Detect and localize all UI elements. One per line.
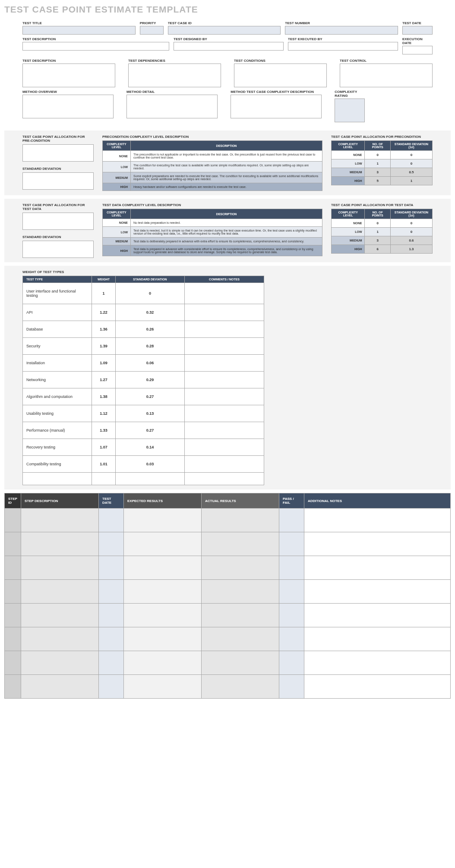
input-test-conditions[interactable]	[234, 64, 327, 87]
input-testdata-sd[interactable]	[22, 241, 94, 258]
weight-comment-cell[interactable]	[185, 304, 264, 321]
step-passfail-cell[interactable]	[279, 509, 304, 532]
input-execution-date[interactable]	[402, 46, 433, 54]
weight-comment-cell[interactable]	[185, 372, 264, 388]
step-date-cell[interactable]	[99, 604, 124, 627]
step-desc-cell[interactable]	[21, 651, 99, 675]
step-actual-cell[interactable]	[202, 675, 279, 699]
step-expected-cell[interactable]	[124, 509, 202, 532]
step-date-cell[interactable]	[99, 651, 124, 675]
input-priority[interactable]	[140, 26, 164, 35]
step-notes-cell[interactable]	[304, 509, 451, 532]
input-complexity-rating[interactable]	[335, 99, 365, 122]
input-test-executed-by[interactable]	[288, 42, 398, 51]
weight-comment-cell[interactable]	[185, 321, 264, 338]
step-notes-cell[interactable]	[304, 532, 451, 556]
step-actual-cell[interactable]	[202, 651, 279, 675]
input-test-description[interactable]	[22, 64, 115, 87]
step-desc-cell[interactable]	[21, 580, 99, 604]
step-id-cell[interactable]	[5, 627, 21, 651]
step-id-cell[interactable]	[5, 604, 21, 627]
step-date-cell[interactable]	[99, 675, 124, 699]
input-test-title[interactable]	[22, 26, 136, 35]
step-expected-cell[interactable]	[124, 604, 202, 627]
input-test-case-id[interactable]	[168, 26, 281, 35]
step-notes-cell[interactable]	[304, 651, 451, 675]
step-notes-cell[interactable]	[304, 675, 451, 699]
step-expected-cell[interactable]	[124, 627, 202, 651]
weight-type-cell: Security	[23, 338, 92, 355]
input-precond-sd[interactable]	[22, 172, 94, 190]
step-actual-cell[interactable]	[202, 627, 279, 651]
weight-comment-cell[interactable]	[185, 439, 264, 456]
step-notes-cell[interactable]	[304, 627, 451, 651]
weight-comment-cell[interactable]	[185, 456, 264, 473]
level-cell: NONE	[103, 219, 131, 227]
step-id-cell[interactable]	[5, 509, 21, 532]
weight-value-cell: 1.38	[92, 388, 116, 405]
weight-comment-cell[interactable]	[185, 388, 264, 405]
step-id-cell[interactable]	[5, 580, 21, 604]
step-id-cell[interactable]	[5, 532, 21, 556]
step-passfail-cell[interactable]	[279, 556, 304, 580]
weight-comment-cell[interactable]	[185, 422, 264, 439]
step-notes-cell[interactable]	[304, 604, 451, 627]
step-passfail-cell[interactable]	[279, 675, 304, 699]
step-passfail-cell[interactable]	[279, 651, 304, 675]
weight-comment-cell[interactable]	[185, 283, 264, 304]
weight-sd-cell: 0.29	[116, 372, 185, 388]
step-passfail-cell[interactable]	[279, 604, 304, 627]
input-testdata-allocation[interactable]	[22, 213, 94, 230]
weight-comment-cell[interactable]	[185, 405, 264, 422]
step-date-cell[interactable]	[99, 532, 124, 556]
step-desc-cell[interactable]	[21, 627, 99, 651]
input-method-overview[interactable]	[22, 95, 114, 118]
input-precond-allocation[interactable]	[22, 144, 94, 162]
step-id-cell[interactable]	[5, 556, 21, 580]
step-passfail-cell[interactable]	[279, 532, 304, 556]
step-date-cell[interactable]	[99, 509, 124, 532]
input-test-description-top[interactable]	[22, 42, 169, 51]
weight-type-cell: Algorithm and computation	[23, 388, 92, 405]
step-expected-cell[interactable]	[124, 675, 202, 699]
input-test-date[interactable]	[402, 26, 433, 35]
step-date-cell[interactable]	[99, 580, 124, 604]
step-expected-cell[interactable]	[124, 580, 202, 604]
step-actual-cell[interactable]	[202, 509, 279, 532]
step-expected-cell[interactable]	[124, 651, 202, 675]
input-test-designed-by[interactable]	[174, 42, 284, 51]
weight-comment-cell[interactable]	[185, 355, 264, 372]
step-notes-cell[interactable]	[304, 556, 451, 580]
step-desc-cell[interactable]	[21, 556, 99, 580]
weight-comment-cell[interactable]	[185, 338, 264, 355]
step-passfail-cell[interactable]	[279, 580, 304, 604]
weights-table: TEST TYPE WEIGHT STANDARD DEVIATION COMM…	[22, 276, 264, 485]
step-date-cell[interactable]	[99, 627, 124, 651]
weight-type-cell: Compatibility testing	[23, 456, 92, 473]
step-expected-cell[interactable]	[124, 556, 202, 580]
input-test-dependencies[interactable]	[128, 64, 221, 87]
input-test-control[interactable]	[340, 64, 433, 87]
weight-value-cell: 1.22	[92, 304, 116, 321]
step-desc-cell[interactable]	[21, 675, 99, 699]
step-date-cell[interactable]	[99, 556, 124, 580]
weight-type-cell	[23, 473, 92, 485]
input-test-number[interactable]	[285, 26, 398, 35]
step-passfail-cell[interactable]	[279, 627, 304, 651]
weight-value-cell: 1.33	[92, 422, 116, 439]
step-actual-cell[interactable]	[202, 604, 279, 627]
step-actual-cell[interactable]	[202, 532, 279, 556]
input-method-detail[interactable]	[126, 95, 218, 118]
step-id-cell[interactable]	[5, 651, 21, 675]
step-desc-cell[interactable]	[21, 509, 99, 532]
step-id-cell[interactable]	[5, 675, 21, 699]
step-actual-cell[interactable]	[202, 580, 279, 604]
step-desc-cell[interactable]	[21, 604, 99, 627]
step-expected-cell[interactable]	[124, 532, 202, 556]
step-row	[5, 604, 451, 627]
input-method-complexity-desc[interactable]	[231, 95, 322, 118]
step-desc-cell[interactable]	[21, 532, 99, 556]
step-notes-cell[interactable]	[304, 580, 451, 604]
weight-comment-cell[interactable]	[185, 473, 264, 485]
step-actual-cell[interactable]	[202, 556, 279, 580]
